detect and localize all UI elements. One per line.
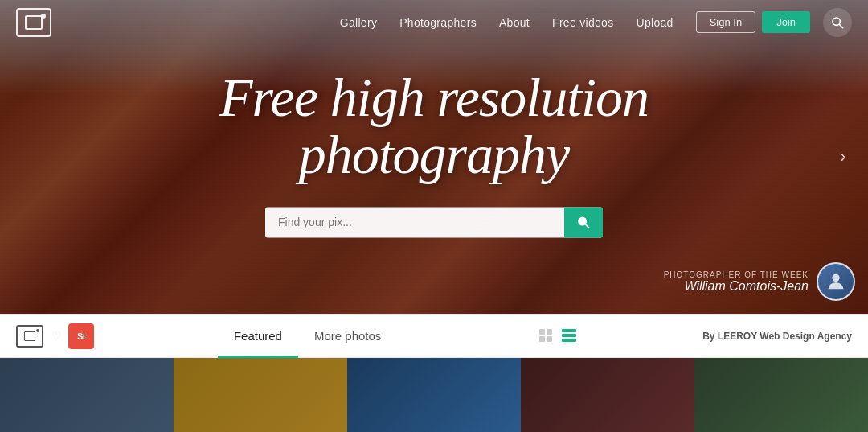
list-icon xyxy=(562,329,576,344)
svg-rect-11 xyxy=(562,339,576,342)
list-view-button[interactable] xyxy=(559,327,579,346)
thumb-3[interactable] xyxy=(347,358,521,432)
nav-photographers[interactable]: Photographers xyxy=(399,16,477,29)
logo-icon xyxy=(16,8,51,37)
nav-links: Gallery Photographers About Free videos … xyxy=(340,15,674,30)
svg-rect-10 xyxy=(562,334,576,337)
nav-auth: Sign In Join xyxy=(696,11,810,33)
search-bar xyxy=(265,207,603,237)
grid-icon xyxy=(539,329,554,344)
join-button[interactable]: Join xyxy=(762,11,810,33)
hero-next-arrow[interactable]: › xyxy=(831,145,855,169)
logo[interactable] xyxy=(16,8,51,37)
svg-rect-7 xyxy=(539,336,545,342)
search-submit-button[interactable] xyxy=(564,207,603,237)
bottom-tabs: Featured More photos xyxy=(218,315,397,357)
thumbnail-strip xyxy=(0,358,868,432)
svg-rect-8 xyxy=(547,336,552,342)
navigation: Gallery Photographers About Free videos … xyxy=(0,0,868,44)
svg-point-4 xyxy=(832,274,839,282)
nav-upload[interactable]: Upload xyxy=(636,16,673,29)
photographer-of-week: Photographer of the week William Comtois… xyxy=(664,262,855,301)
thumb-4[interactable] xyxy=(521,358,694,432)
signin-button[interactable]: Sign In xyxy=(696,11,755,33)
nav-about[interactable]: About xyxy=(499,16,530,29)
photographer-name: William Comtois-Jean xyxy=(664,279,809,294)
grid-view-button[interactable] xyxy=(537,327,556,346)
credit-prefix: By xyxy=(702,331,718,342)
svg-rect-9 xyxy=(562,329,576,332)
search-input[interactable] xyxy=(265,207,564,237)
svg-line-3 xyxy=(585,224,588,228)
hero-title-line2: photography xyxy=(299,125,570,186)
hero-section: Gallery Photographers About Free videos … xyxy=(0,0,868,314)
photographer-avatar[interactable] xyxy=(817,262,855,301)
bottom-bar-top: ♡ St Featured More photos xyxy=(0,315,868,358)
view-toggle xyxy=(537,327,579,346)
thumb-1[interactable] xyxy=(0,358,174,432)
credit-suffix: Web Design Agency xyxy=(757,331,852,342)
svg-rect-6 xyxy=(547,329,552,335)
avatar-icon xyxy=(825,270,847,293)
tab-featured[interactable]: Featured xyxy=(218,315,298,358)
tab-more-photos[interactable]: More photos xyxy=(298,315,397,358)
thumb-2[interactable] xyxy=(174,358,347,432)
thumb-5[interactable] xyxy=(694,358,868,432)
hero-content: Free high resolution photography xyxy=(153,69,715,237)
bottom-bar: ♡ St Featured More photos xyxy=(0,314,868,432)
st-logo[interactable]: St xyxy=(68,323,94,349)
credit-text: By LEEROY Web Design Agency xyxy=(702,331,852,342)
credit-brand: LEEROY xyxy=(718,331,757,342)
nav-gallery[interactable]: Gallery xyxy=(340,16,377,29)
bottom-logo[interactable] xyxy=(16,325,43,348)
hero-title: Free high resolution photography xyxy=(153,69,715,184)
svg-rect-5 xyxy=(539,329,545,335)
photographer-info: Photographer of the week William Comtois… xyxy=(664,270,809,294)
heart-icon: ♡ xyxy=(51,330,62,343)
nav-free-videos[interactable]: Free videos xyxy=(552,16,613,29)
photographer-label: Photographer of the week xyxy=(664,270,809,279)
search-icon xyxy=(577,216,590,228)
hero-title-line1: Free high resolution xyxy=(219,67,649,128)
svg-line-1 xyxy=(839,24,842,27)
nav-search-button[interactable] xyxy=(823,8,852,37)
